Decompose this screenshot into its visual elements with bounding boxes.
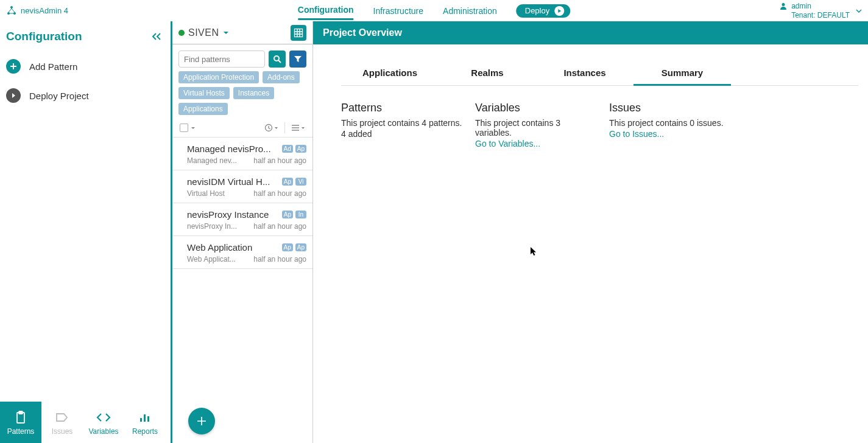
- link-goto-issues[interactable]: Go to Issues...: [609, 129, 664, 139]
- pattern-badge: Ap: [282, 211, 293, 218]
- pattern-name: nevisIDM Virtual H...: [187, 176, 280, 187]
- play-icon: [554, 6, 564, 16]
- pattern-badge: In: [295, 211, 306, 218]
- search-button[interactable]: [269, 51, 286, 68]
- status-dot: [178, 30, 185, 36]
- link-goto-variables[interactable]: Go to Variables...: [475, 139, 540, 148]
- card-patterns: Patterns This project contains 4 pattern…: [341, 102, 463, 148]
- chip-instances[interactable]: Instances: [233, 87, 274, 99]
- brand[interactable]: nevisAdmin 4: [6, 5, 68, 16]
- pattern-item[interactable]: Web Application Ap Ap Web Applicat...hal…: [172, 236, 312, 269]
- pattern-name: nevisProxy Instance: [187, 209, 280, 220]
- pattern-item[interactable]: nevisIDM Virtual H... Ap Vi Virtual Host…: [172, 170, 312, 203]
- sidebar-title: Configuration: [6, 30, 82, 43]
- pattern-badge: Ap: [282, 243, 293, 251]
- nav-administration[interactable]: Administration: [443, 2, 497, 19]
- pattern-item[interactable]: Managed nevisPro... Ad Ap Managed nev...…: [172, 138, 312, 170]
- select-all-checkbox[interactable]: [180, 124, 188, 132]
- caret-down-icon: [856, 9, 862, 13]
- bottom-tab-issues[interactable]: Issues: [41, 402, 83, 443]
- user-icon: [779, 2, 788, 10]
- tab-summary[interactable]: Summary: [633, 61, 731, 86]
- search-input[interactable]: [178, 51, 265, 68]
- bottom-tab-reports[interactable]: Reports: [124, 402, 166, 443]
- chip-applications[interactable]: Applications: [178, 103, 228, 115]
- view-mode[interactable]: [291, 124, 305, 131]
- chip-add-ons[interactable]: Add-ons: [263, 71, 300, 83]
- svg-rect-7: [144, 414, 146, 422]
- collapse-icon[interactable]: [151, 32, 162, 41]
- card-variables: Variables This project contains 3 variab…: [475, 102, 597, 148]
- grid-view-button[interactable]: [291, 25, 306, 41]
- logo-icon: [6, 5, 17, 16]
- project-name[interactable]: SIVEN: [188, 27, 219, 38]
- user-tenant: Tenant: DEFAULT: [791, 11, 850, 19]
- deploy-label: Deploy: [525, 6, 549, 15]
- play-icon: [6, 88, 21, 103]
- svg-rect-6: [140, 418, 142, 422]
- pattern-name: Managed nevisPro...: [187, 144, 280, 154]
- pattern-badge: Vi: [295, 178, 306, 186]
- code-icon: [96, 410, 111, 425]
- svg-point-3: [782, 3, 785, 6]
- bottom-tab-patterns[interactable]: Patterns: [0, 402, 41, 443]
- add-pattern-label: Add Pattern: [29, 61, 77, 72]
- user-menu[interactable]: admin Tenant: DEFAULT: [779, 2, 862, 19]
- svg-point-10: [274, 56, 279, 61]
- add-pattern[interactable]: Add Pattern: [0, 52, 171, 81]
- bottom-tab-variables[interactable]: Variables: [83, 402, 124, 443]
- sort-time[interactable]: [264, 124, 278, 132]
- fab-add[interactable]: [188, 408, 215, 434]
- caret-down-icon[interactable]: [191, 127, 196, 130]
- pattern-badge: Ap: [282, 178, 293, 186]
- pattern-badge: Ad: [282, 145, 293, 153]
- user-name: admin: [791, 2, 850, 10]
- caret-down-icon[interactable]: [223, 31, 229, 35]
- tag-icon: [55, 410, 69, 425]
- bar-chart-icon: [139, 410, 151, 425]
- pattern-badge: Ap: [295, 145, 306, 153]
- card-issues: Issues This project contains 0 issues. G…: [609, 102, 731, 148]
- chip-application-protection[interactable]: Application Protection: [178, 71, 259, 83]
- brand-name: nevisAdmin 4: [21, 6, 68, 15]
- tab-realms[interactable]: Realms: [439, 61, 536, 85]
- pattern-badge: Ap: [295, 243, 306, 251]
- tab-applications[interactable]: Applications: [341, 61, 439, 85]
- pattern-item[interactable]: nevisProxy Instance Ap In nevisProxy In.…: [172, 203, 312, 236]
- plus-icon: [6, 59, 21, 74]
- tab-instances[interactable]: Instances: [536, 61, 633, 85]
- content-title: Project Overview: [313, 21, 868, 44]
- svg-rect-5: [19, 411, 23, 414]
- nav-configuration[interactable]: Configuration: [298, 1, 354, 20]
- filter-button[interactable]: [289, 51, 306, 68]
- svg-rect-9: [295, 29, 303, 37]
- deploy-project-label: Deploy Project: [29, 91, 89, 101]
- deploy-button[interactable]: Deploy: [517, 4, 570, 18]
- svg-point-0: [10, 6, 13, 9]
- nav-infrastructure[interactable]: Infrastructure: [373, 2, 423, 19]
- clipboard-icon: [15, 410, 27, 425]
- chip-virtual-hosts[interactable]: Virtual Hosts: [178, 87, 230, 99]
- svg-rect-8: [147, 416, 149, 422]
- pattern-name: Web Application: [187, 242, 280, 253]
- deploy-project[interactable]: Deploy Project: [0, 81, 171, 110]
